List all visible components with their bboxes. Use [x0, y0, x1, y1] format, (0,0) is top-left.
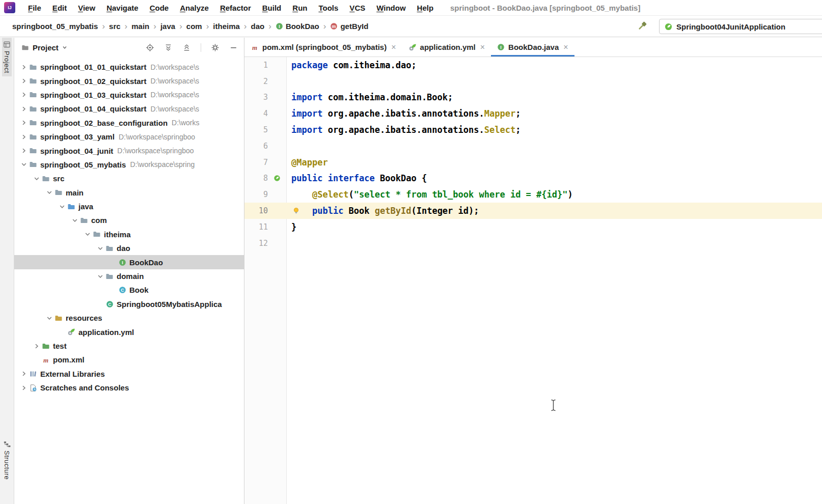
project-panel-title[interactable]: Project	[33, 43, 59, 52]
tree-item-external-libraries[interactable]: External Libraries	[14, 367, 244, 381]
gutter-cell[interactable]: 7	[244, 158, 286, 167]
chevron-down-icon[interactable]	[96, 272, 105, 281]
chevron-down-icon[interactable]	[45, 188, 54, 197]
menu-help[interactable]: Help	[412, 4, 440, 12]
spring-bean-icon[interactable]	[273, 175, 281, 182]
menu-navigate[interactable]: Navigate	[101, 4, 144, 12]
breadcrumb-springboot-05-mybatis[interactable]: springboot_05_mybatis	[12, 22, 98, 31]
code-line-10[interactable]: 10 public Book getById(Integer id);	[244, 203, 822, 219]
menu-edit[interactable]: Edit	[47, 4, 72, 12]
gear-icon[interactable]	[211, 43, 220, 52]
tree-item-bookdao[interactable]: IBookDao	[14, 255, 244, 269]
chevron-right-icon[interactable]	[19, 77, 29, 85]
tree-item-application-yml[interactable]: application.yml	[14, 325, 244, 339]
code-line-7[interactable]: 7@Mapper	[244, 154, 822, 171]
tab-application-yml[interactable]: application.yml×	[402, 38, 491, 57]
tree-item-test[interactable]: test	[14, 339, 244, 353]
tree-item-springboot-04-junit[interactable]: springboot_04_junitD:\workspace\springbo…	[14, 144, 244, 157]
chevron-right-icon[interactable]	[19, 384, 29, 392]
chevron-down-icon[interactable]	[83, 230, 92, 238]
gutter-cell[interactable]: 5	[244, 125, 286, 134]
chevron-right-icon[interactable]	[19, 119, 29, 127]
breadcrumb-itheima[interactable]: itheima	[213, 22, 240, 31]
lightbulb-icon[interactable]	[292, 207, 300, 215]
tool-window-button-structure[interactable]: Structure	[2, 437, 12, 483]
chevron-down-icon[interactable]	[32, 175, 41, 183]
tree-item-book[interactable]: CBook	[14, 283, 244, 297]
minus-icon[interactable]	[229, 43, 238, 52]
code-line-4[interactable]: 4import org.apache.ibatis.annotations.Ma…	[244, 105, 822, 122]
tab-bookdao-java[interactable]: IBookDao.java×	[491, 38, 574, 57]
chevron-right-icon[interactable]	[19, 147, 29, 155]
menu-run[interactable]: Run	[287, 4, 313, 12]
close-tab-icon[interactable]: ×	[563, 43, 568, 51]
expand-all-icon[interactable]	[164, 43, 173, 52]
chevron-down-icon[interactable]	[62, 45, 67, 50]
chevron-right-icon[interactable]	[19, 370, 29, 378]
gutter-cell[interactable]: 8	[244, 174, 286, 183]
gutter-cell[interactable]: 10	[244, 206, 286, 215]
tree-item-java[interactable]: java	[14, 200, 244, 213]
breadcrumb-dao[interactable]: dao	[251, 22, 265, 31]
close-tab-icon[interactable]: ×	[480, 43, 485, 51]
breadcrumb-main[interactable]: main	[131, 22, 149, 31]
code-editor[interactable]: 1package com.itheima.dao;23import com.it…	[244, 57, 822, 504]
menu-analyze[interactable]: Analyze	[174, 4, 214, 12]
gutter-cell[interactable]: 11	[244, 222, 286, 232]
chevron-right-icon[interactable]	[32, 342, 41, 350]
tree-item-scratches-and-consoles[interactable]: Scratches and Consoles	[14, 381, 244, 395]
tree-item-resources[interactable]: resources	[14, 311, 244, 325]
gutter-cell[interactable]: 12	[244, 239, 286, 248]
build-hammer-icon[interactable]	[637, 20, 648, 32]
tool-window-button-project[interactable]: Project	[2, 38, 12, 76]
breadcrumb-src[interactable]: src	[109, 22, 121, 31]
tree-item-dao[interactable]: dao	[14, 241, 244, 255]
tree-item-pom-xml[interactable]: mpom.xml	[14, 353, 244, 367]
tree-item-domain[interactable]: domain	[14, 269, 244, 283]
collapse-all-icon[interactable]	[182, 43, 191, 52]
code-line-12[interactable]: 12	[244, 235, 822, 251]
menu-tools[interactable]: Tools	[313, 4, 344, 12]
chevron-down-icon[interactable]	[45, 314, 54, 322]
chevron-right-icon[interactable]	[19, 133, 29, 141]
tree-item-com[interactable]: com	[14, 213, 244, 227]
chevron-right-icon[interactable]	[19, 105, 29, 113]
tree-item-springboot-02-base-configuration[interactable]: springboot_02_base_configurationD:\works	[14, 116, 244, 130]
chevron-right-icon[interactable]	[19, 63, 29, 71]
gutter-cell[interactable]: 1	[244, 61, 286, 70]
tree-item-springboot-01-04-quickstart[interactable]: springboot_01_04_quickstartD:\workspace\…	[14, 102, 244, 116]
code-line-5[interactable]: 5import org.apache.ibatis.annotations.Se…	[244, 122, 822, 138]
code-line-8[interactable]: 8public interface BookDao {	[244, 171, 822, 187]
code-line-11[interactable]: 11}	[244, 219, 822, 235]
code-line-1[interactable]: 1package com.itheima.dao;	[244, 57, 822, 73]
tree-item-springboot-01-02-quickstart[interactable]: springboot_01_02_quickstartD:\workspace\…	[14, 74, 244, 88]
chevron-down-icon[interactable]	[70, 216, 79, 225]
tab-pom-xml-springboot-05-mybatis[interactable]: mpom.xml (springboot_05_mybatis)×	[244, 38, 402, 57]
menu-window[interactable]: Window	[371, 4, 411, 12]
tree-item-springboot-01-01-quickstart[interactable]: springboot_01_01_quickstartD:\workspace\…	[14, 60, 244, 74]
breadcrumb-bookdao[interactable]: IBookDao	[276, 22, 319, 31]
tree-item-src[interactable]: src	[14, 172, 244, 185]
menu-file[interactable]: File	[22, 4, 47, 12]
menu-build[interactable]: Build	[257, 4, 287, 12]
chevron-down-icon[interactable]	[19, 160, 29, 169]
tree-item-main[interactable]: main	[14, 186, 244, 200]
breadcrumb-com[interactable]: com	[186, 22, 202, 31]
breadcrumb-java[interactable]: java	[160, 22, 175, 31]
run-configuration-select[interactable]: Springboot04JunitApplication	[659, 19, 822, 34]
locate-icon[interactable]	[146, 43, 154, 52]
menu-vcs[interactable]: VCS	[344, 4, 371, 12]
gutter-cell[interactable]: 4	[244, 109, 286, 118]
chevron-down-icon[interactable]	[96, 244, 105, 253]
chevron-down-icon[interactable]	[58, 203, 67, 211]
code-line-9[interactable]: 9 @Select("select * from tbl_book where …	[244, 186, 822, 203]
menu-code[interactable]: Code	[144, 4, 175, 12]
gutter-cell[interactable]: 9	[244, 190, 286, 199]
gutter-cell[interactable]: 6	[244, 142, 286, 151]
code-line-2[interactable]: 2	[244, 73, 822, 90]
tree-item-springboot-01-03-quickstart[interactable]: springboot_01_03_quickstartD:\workspace\…	[14, 88, 244, 102]
tree-item-springboot-03-yaml[interactable]: springboot_03_yamlD:\workspace\springboo	[14, 130, 244, 144]
gutter-cell[interactable]: 3	[244, 93, 286, 102]
chevron-right-icon[interactable]	[19, 91, 29, 99]
tree-item-springboot05mybatisapplica[interactable]: CSpringboot05MybatisApplica	[14, 297, 244, 311]
